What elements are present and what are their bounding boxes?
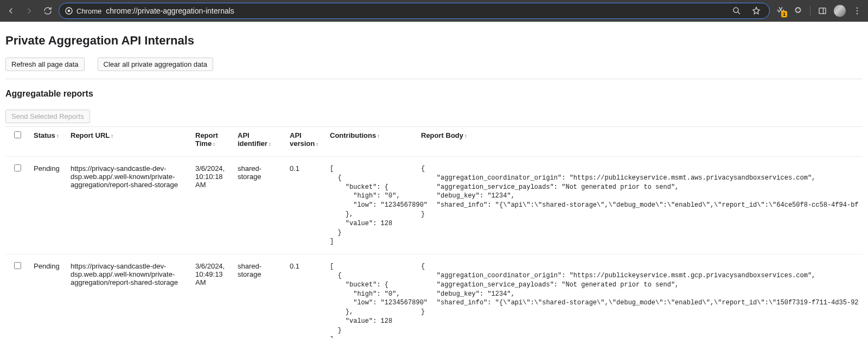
report-body-cell-text: { "aggregation_coordinator_origin": "htt… [421,262,858,317]
contributions-cell: [ { "bucket": { "high": "0", "low": "123… [326,254,417,338]
section-title: Aggregatable reports [5,89,863,99]
header-status[interactable]: Status↕ [29,127,66,157]
bookmark-star-icon[interactable] [749,3,764,18]
chrome-chip-label: Chrome [76,7,101,15]
svg-point-6 [857,13,858,14]
browser-toolbar: Chrome chrome://private-aggregation-inte… [0,0,868,22]
sort-icon: ↕ [111,133,113,139]
svg-rect-3 [819,8,826,14]
svg-point-1 [68,10,71,12]
toolbar-separator [810,6,810,16]
report-time-cell: 3/6/2024, 10:10:18 AM [191,157,233,254]
row-checkbox-cell [5,157,29,254]
api-version-cell: 0.1 [285,254,326,338]
sort-icon: ↕ [316,141,318,147]
contributions-cell-text: [ { "bucket": { "high": "0", "low": "123… [330,164,412,246]
api-version-cell: 0.1 [285,157,326,254]
header-report-url[interactable]: Report URL↕ [66,127,191,157]
header-contributions[interactable]: Contributions↕ [326,127,417,157]
report-body-cell-text: { "aggregation_coordinator_origin": "htt… [421,164,858,219]
page-title: Private Aggregation API Internals [5,34,863,48]
zoom-icon[interactable] [729,3,744,18]
address-bar[interactable]: Chrome chrome://private-aggregation-inte… [59,3,770,19]
sort-icon: ↕ [56,133,59,139]
avatar-image [834,5,846,17]
table-row: Pendinghttps://privacy-sandcastle-dev-ds… [5,157,863,254]
back-button[interactable] [3,3,18,18]
api-identifier-cell: shared-storage [233,157,285,254]
report-body-cell: { "aggregation_coordinator_origin": "htt… [417,254,863,338]
extension-badge: 1 [781,11,787,17]
header-report-time[interactable]: Report Time↕ [191,127,233,157]
report-time-cell: 3/6/2024, 10:49:13 AM [191,254,233,338]
status-cell: Pending [29,254,66,338]
row-checkbox[interactable] [14,262,21,269]
page-content: Private Aggregation API Internals Refres… [0,22,868,338]
header-checkbox [5,127,29,157]
svg-point-4 [857,8,858,9]
chrome-chip: Chrome [65,7,101,15]
svg-point-2 [733,8,738,12]
action-buttons: Refresh all page data Clear all private … [5,58,863,71]
send-selected-button[interactable]: Send Selected Reports [5,110,90,123]
contributions-cell: [ { "bucket": { "high": "0", "low": "123… [326,157,417,254]
sort-icon: ↕ [464,133,467,139]
extension-icon[interactable]: 1 [773,3,788,18]
sort-icon: ↕ [269,141,271,147]
refresh-button[interactable]: Refresh all page data [5,58,85,71]
svg-point-5 [857,10,858,11]
report-body-cell: { "aggregation_coordinator_origin": "htt… [417,157,863,254]
sort-icon: ↕ [213,141,215,147]
url-text: chrome://private-aggregation-internals [106,7,725,15]
extensions-puzzle-icon[interactable] [790,3,806,18]
api-identifier-cell: shared-storage [233,254,285,338]
reports-table: Status↕ Report URL↕ Report Time↕ API ide… [5,126,863,338]
header-api-version[interactable]: API version↕ [285,127,326,157]
reload-button[interactable] [40,3,55,18]
report-url-cell: https://privacy-sandcastle-dev-dsp.web.a… [66,254,191,338]
row-checkbox[interactable] [14,164,21,171]
side-panel-icon[interactable] [815,3,830,18]
header-api-identifier[interactable]: API identifier↕ [233,127,285,157]
header-report-body[interactable]: Report Body↕ [417,127,863,157]
row-checkbox-cell [5,254,29,338]
profile-avatar[interactable] [832,3,847,18]
status-cell: Pending [29,157,66,254]
table-toolbar: Send Selected Reports [5,106,863,126]
toolbar-right: 1 [773,3,865,18]
contributions-cell-text: [ { "bucket": { "high": "0", "low": "123… [330,262,412,338]
forward-button[interactable] [22,3,37,18]
table-header-row: Status↕ Report URL↕ Report Time↕ API ide… [5,127,863,157]
sort-icon: ↕ [377,133,380,139]
report-url-cell: https://privacy-sandcastle-dev-dsp.web.a… [66,157,191,254]
table-row: Pendinghttps://privacy-sandcastle-dev-ds… [5,254,863,338]
kebab-menu-icon[interactable] [850,3,865,18]
select-all-checkbox[interactable] [14,131,21,138]
divider [5,79,863,79]
clear-button[interactable]: Clear all private aggregation data [98,58,214,71]
